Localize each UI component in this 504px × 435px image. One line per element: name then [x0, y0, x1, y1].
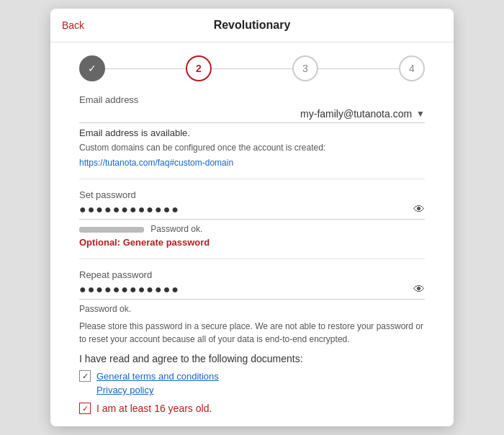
password-row: ●●●●●●●●●●●● 👁	[79, 203, 425, 220]
age-row: I am at least 16 years old.	[79, 403, 425, 414]
agree-section: I have read and agree to the following d…	[79, 353, 425, 395]
set-password-label: Set password	[79, 189, 425, 200]
dropdown-arrow-icon: ▼	[416, 109, 425, 119]
eye-icon[interactable]: 👁	[413, 203, 425, 216]
generate-row: Optional: Generate password	[79, 236, 425, 248]
divider-1	[79, 179, 425, 179]
strength-bar	[79, 227, 144, 233]
step-2: 2	[186, 55, 212, 81]
repeat-password-row: ●●●●●●●●●●●● 👁	[79, 283, 425, 300]
step-4: 4	[399, 55, 425, 81]
step-line-3	[318, 68, 399, 69]
age-label: I am at least 16 years old.	[96, 403, 212, 414]
modal-header: Back Revolutionary	[50, 9, 454, 42]
terms-link[interactable]: General terms and conditions	[96, 371, 219, 382]
back-button[interactable]: Back	[62, 19, 84, 31]
terms-row: General terms and conditions	[79, 370, 425, 382]
step-line-2	[212, 68, 292, 69]
password-ok-text: Password ok.	[150, 224, 202, 234]
email-value: my-family@tutanota.com	[79, 108, 412, 120]
custom-domain-link[interactable]: https://tutanota.com/faq#custom-domain	[79, 158, 233, 168]
agree-title: I have read and agree to the following d…	[79, 353, 425, 364]
available-text: Email address is available.	[79, 127, 425, 138]
step-line-1	[105, 68, 186, 69]
privacy-link[interactable]: Privacy policy	[96, 385, 153, 395]
divider-2	[79, 259, 425, 259]
repeat-dots: ●●●●●●●●●●●●	[79, 283, 413, 296]
stepper: ✓ 2 3 4	[50, 42, 454, 94]
password-ok-row: Password ok.	[79, 224, 425, 234]
privacy-row: Privacy policy	[96, 385, 425, 395]
age-checkbox[interactable]	[79, 403, 91, 414]
email-row[interactable]: my-family@tutanota.com ▼	[79, 108, 425, 123]
custom-domain-text: Custom domains can be configured once th…	[79, 143, 425, 153]
repeat-password-label: Repeat password	[79, 269, 425, 280]
modal-title: Revolutionary	[214, 19, 291, 32]
eye-repeat-icon[interactable]: 👁	[413, 283, 425, 296]
warning-text: Please store this password in a secure p…	[79, 320, 425, 346]
repeat-ok-text: Password ok.	[79, 304, 425, 314]
password-dots: ●●●●●●●●●●●●	[79, 203, 413, 216]
step-1: ✓	[79, 55, 105, 81]
step-3: 3	[292, 55, 318, 81]
email-label: Email address	[79, 94, 425, 105]
form-area: Email address my-family@tutanota.com ▼ E…	[50, 94, 454, 426]
terms-checkbox[interactable]	[79, 370, 91, 382]
registration-modal: Back Revolutionary ✓ 2 3 4 Email address…	[50, 9, 454, 426]
generate-password-link[interactable]: Optional: Generate password	[79, 237, 210, 248]
